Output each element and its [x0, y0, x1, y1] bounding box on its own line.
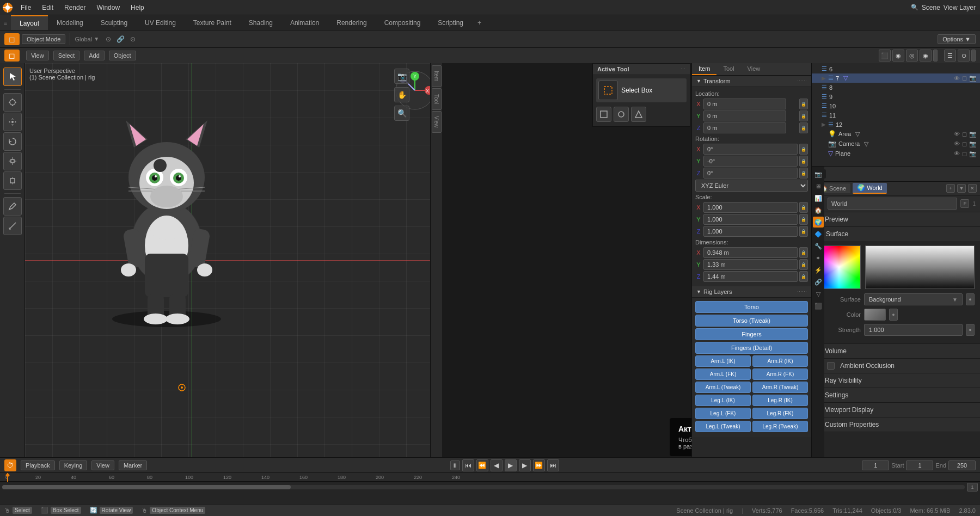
hand-pan-btn[interactable]: ✋: [394, 87, 409, 102]
object-mode-btn[interactable]: Object Mode: [22, 34, 65, 44]
view-btn[interactable]: View: [91, 460, 114, 470]
tab-scripting[interactable]: Scripting: [429, 15, 472, 30]
outliner-item-area[interactable]: 💡 Area ▽ 👁 ◻ 📷: [812, 129, 980, 139]
transform-tool-btn[interactable]: [3, 171, 22, 190]
preview-header[interactable]: ▶ Preview: [812, 212, 980, 226]
prop-icon-output[interactable]: 🖥: [813, 181, 824, 192]
scale-z-lock[interactable]: 🔒: [799, 226, 808, 237]
tab-layout[interactable]: Layout: [11, 15, 48, 30]
outliner-item-7[interactable]: ▶ ☰ 7 ▽ 👁 ◻ 📷: [812, 73, 980, 83]
mode-icon[interactable]: ◻: [4, 33, 20, 45]
n-tab-item[interactable]: Item: [692, 63, 716, 75]
menu-window[interactable]: Window: [91, 2, 125, 14]
rend-area[interactable]: 📷: [969, 131, 977, 138]
rot-x-input[interactable]: [703, 144, 798, 155]
tab-rendering[interactable]: Rendering: [328, 15, 375, 30]
rig-layers-header[interactable]: ▼ Rig Layers ⋯⋯: [692, 286, 811, 298]
step-forward-btn[interactable]: ▶: [519, 459, 531, 471]
proportional-btn[interactable]: ⊙: [128, 34, 138, 44]
scale-y-lock[interactable]: 🔒: [799, 214, 808, 225]
vp-display-header[interactable]: ▶ Viewport Display: [812, 403, 980, 417]
props-browse-btn[interactable]: ▼: [957, 184, 966, 193]
vp-plane[interactable]: ◻: [962, 150, 967, 157]
prop-icon-scene[interactable]: 🏠: [813, 205, 824, 216]
outliner-item-plane[interactable]: ▽ Plane 👁 ◻ 📷: [812, 149, 980, 158]
dim-z-lock[interactable]: 🔒: [799, 271, 808, 282]
cursor-tool-btn[interactable]: [3, 93, 22, 112]
n-tab-tool[interactable]: Tool: [716, 63, 740, 75]
main-viewport[interactable]: User Perspective (1) Scene Collection | …: [25, 63, 442, 457]
scale-x-input[interactable]: [703, 202, 798, 213]
ao-header[interactable]: ▶ Ambient Occlusion: [812, 359, 980, 373]
eye-7[interactable]: 👁: [954, 75, 960, 82]
surface-header[interactable]: ▼ Surface: [812, 227, 980, 241]
outliner-item-11[interactable]: ☰ 11: [812, 110, 980, 120]
rig-btn-leg-l-tweak[interactable]: Leg.L (Tweak): [695, 421, 751, 432]
rig-btn-leg-r-fk[interactable]: Leg.R (FK): [752, 408, 808, 419]
add-workspace-btn[interactable]: +: [472, 17, 487, 29]
view-menu-btn[interactable]: View: [26, 51, 49, 60]
viewport-shading-dropdown[interactable]: [933, 50, 938, 62]
scale-x-lock[interactable]: 🔒: [799, 202, 808, 213]
jump-start-btn[interactable]: ⏮: [462, 459, 474, 471]
zoom-btn[interactable]: 🔍: [394, 106, 409, 121]
loc-z-lock[interactable]: 🔒: [799, 122, 808, 133]
loc-y-lock[interactable]: 🔒: [799, 110, 808, 121]
world-name-input[interactable]: [828, 198, 957, 210]
dim-z-input[interactable]: [703, 271, 798, 282]
menu-edit[interactable]: Edit: [36, 2, 59, 14]
rig-btn-torso[interactable]: Torso: [695, 301, 808, 313]
move-tool-btn[interactable]: [3, 113, 22, 131]
end-frame-display[interactable]: 250: [948, 460, 976, 470]
rig-btn-torso-tweak[interactable]: Torso (Tweak): [695, 315, 808, 327]
play-btn[interactable]: ▶: [505, 459, 517, 471]
scale-y-input[interactable]: [703, 214, 798, 225]
menu-render[interactable]: Render: [59, 2, 91, 14]
viewport-render-btn[interactable]: ◉: [920, 50, 932, 62]
object-menu-btn[interactable]: Object: [109, 51, 136, 60]
rend-plane[interactable]: 📷: [969, 150, 977, 157]
camera-view-btn[interactable]: 📷: [394, 69, 409, 84]
pause-btn[interactable]: ⏸: [450, 460, 460, 470]
overlay-dropdown[interactable]: [971, 50, 976, 62]
prop-icon-object-data[interactable]: ▽: [813, 288, 824, 299]
volume-header[interactable]: ▶ Volume: [812, 344, 980, 358]
outliner-item-8[interactable]: ☰ 8: [812, 83, 980, 92]
scale-tool-btn[interactable]: [3, 152, 22, 170]
outliner-item-10[interactable]: ☰ 10: [812, 101, 980, 110]
outliner-item-6[interactable]: ☰ 6: [812, 64, 980, 73]
rig-btn-arm-r-ik[interactable]: Arm.R (IK): [752, 355, 808, 367]
add-menu-btn[interactable]: Add: [84, 51, 105, 60]
strength-input-display[interactable]: 1.000: [864, 324, 963, 336]
brightness-slider[interactable]: [865, 245, 975, 289]
rot-z-input[interactable]: [703, 168, 798, 179]
rotate-tool-btn[interactable]: [3, 132, 22, 151]
rig-btn-arm-l-tweak[interactable]: Arm.L (Tweak): [695, 382, 751, 393]
prop-icon-physics[interactable]: ⚡: [813, 265, 824, 275]
color-swatch[interactable]: [864, 309, 886, 321]
side-tab-item[interactable]: Item: [432, 65, 442, 87]
ao-checkbox[interactable]: [827, 362, 835, 370]
overlay-toggle[interactable]: ☰: [944, 50, 956, 62]
transform-section-header[interactable]: ▼ Transform ⋯⋯: [692, 76, 811, 87]
loc-x-lock[interactable]: 🔒: [799, 99, 808, 109]
rig-btn-arm-l-ik[interactable]: Arm.L (IK): [695, 355, 751, 367]
playback-btn[interactable]: Playback: [21, 460, 55, 470]
rig-btn-arm-r-tweak[interactable]: Arm.R (Tweak): [752, 382, 808, 393]
marker-btn[interactable]: Marker: [119, 460, 147, 470]
select-tool-btn[interactable]: [3, 67, 22, 86]
tab-modeling[interactable]: Modeling: [48, 15, 92, 30]
loc-x-input[interactable]: [703, 99, 786, 109]
surface-value-btn[interactable]: Background ▼: [864, 293, 963, 305]
rig-btn-arm-r-fk[interactable]: Arm.R (FK): [752, 368, 808, 380]
surface-dot[interactable]: ●: [966, 293, 975, 305]
menu-file[interactable]: File: [15, 2, 36, 14]
current-frame-display[interactable]: 1: [862, 460, 889, 470]
rig-btn-fingers-detail[interactable]: Fingers (Detail): [695, 342, 808, 354]
side-tab-view[interactable]: View: [432, 111, 442, 133]
rig-btn-leg-r-ik[interactable]: Leg.R (IK): [752, 395, 808, 406]
next-keyframe-btn[interactable]: ⏩: [533, 459, 545, 471]
rig-btn-arm-l-fk[interactable]: Arm.L (FK): [695, 368, 751, 380]
timeline-scrollbar-track[interactable]: [2, 485, 965, 489]
dim-x-input[interactable]: [703, 247, 798, 258]
